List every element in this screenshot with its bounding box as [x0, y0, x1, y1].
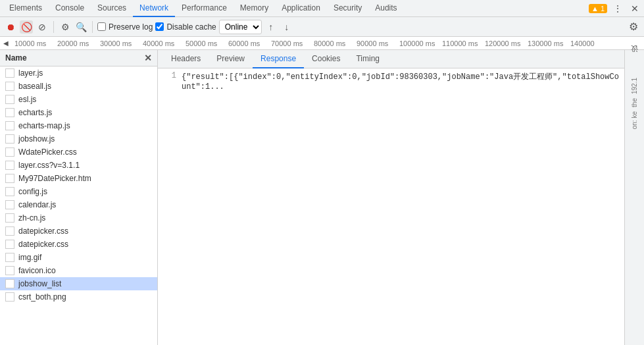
preserve-log-checkbox[interactable]: Preserve log [97, 22, 153, 32]
tab-memory[interactable]: Memory [234, 0, 275, 17]
disable-cache-input[interactable] [155, 22, 164, 31]
tab-response[interactable]: Response [253, 50, 304, 68]
tab-audits[interactable]: Audits [368, 0, 403, 17]
preserve-log-input[interactable] [97, 22, 106, 31]
list-item[interactable]: echarts-map.js [0, 119, 157, 132]
list-item[interactable]: csrt_both.png [0, 290, 157, 304]
file-name: jobshow.js [18, 134, 55, 144]
tick-2: 30000 ms [97, 40, 140, 47]
file-name: jobshow_list [18, 279, 61, 288]
tab-timing[interactable]: Timing [348, 50, 387, 68]
tick-4: 50000 ms [183, 40, 226, 47]
tick-1: 20000 ms [55, 40, 97, 47]
far-right-label[interactable]: 设 [630, 55, 639, 61]
content-tabs: Headers Preview Response Cookies Timing [158, 50, 624, 68]
tick-7: 80000 ms [311, 40, 354, 47]
list-item[interactable]: jobshow.js [0, 132, 157, 146]
list-item[interactable]: datepicker.css [0, 225, 157, 238]
file-icon [5, 121, 14, 130]
timeline-nav-left[interactable]: ◀ [0, 37, 12, 50]
warning-badge: ▲ 1 [589, 4, 607, 13]
list-item[interactable]: layer.css?v=3.1.1 [0, 159, 157, 172]
list-item[interactable]: echarts.js [0, 106, 157, 119]
clear-button[interactable]: ⊘ [36, 20, 49, 34]
tab-console[interactable]: Console [49, 0, 91, 17]
content-panel: Headers Preview Response Cookies Timing … [158, 50, 624, 345]
list-item[interactable]: layer.js [0, 66, 157, 80]
side-info-1: 192.1 [631, 78, 638, 94]
tab-sources[interactable]: Sources [91, 0, 133, 17]
file-name: csrt_both.png [18, 292, 66, 302]
more-options-button[interactable]: ⋮ [611, 2, 624, 15]
stop-recording-button[interactable]: 🚫 [20, 20, 33, 34]
tab-headers[interactable]: Headers [163, 50, 209, 68]
file-icon [5, 266, 14, 275]
file-icon [5, 292, 14, 302]
file-icon [5, 82, 14, 91]
tick-10: 110000 ms [439, 40, 482, 47]
devtools-right-controls: ▲ 1 ⋮ ✕ [589, 2, 641, 15]
far-right-panel: 设 192.1 the on: ke [624, 50, 644, 345]
close-devtools-button[interactable]: ✕ [628, 2, 641, 15]
filter-button[interactable]: ⚙ [59, 20, 72, 34]
response-line: 1 {"result":[{"index":0,"entityIndex":0,… [163, 71, 619, 92]
list-item[interactable]: zh-cn.js [0, 211, 157, 225]
tab-network[interactable]: Network [133, 0, 175, 17]
file-name: datepicker.css [18, 240, 68, 249]
main-panel: Name ✕ layer.js baseall.js esl.js echart… [0, 50, 644, 345]
tick-9: 100000 ms [397, 40, 439, 47]
tab-preview[interactable]: Preview [209, 50, 253, 68]
file-name: config.js [18, 187, 47, 196]
settings-button[interactable]: ⚙ [627, 20, 640, 34]
file-name: baseall.js [18, 82, 51, 91]
tick-13: 140000 [568, 40, 610, 47]
side-info-3: on: ke [631, 111, 638, 129]
timeline-ticks: 10000 ms 20000 ms 30000 ms 40000 ms 5000… [12, 40, 644, 47]
list-item[interactable]: My97DatePicker.htm [0, 172, 157, 185]
file-name: favicon.ico [18, 266, 56, 275]
list-item[interactable]: img.gif [0, 251, 157, 264]
file-list-title: Name [5, 53, 27, 63]
export-button[interactable]: ↓ [280, 20, 293, 34]
file-icon [5, 279, 14, 288]
side-info-2: the [631, 98, 638, 107]
devtools-tab-bar: Elements Console Sources Network Perform… [0, 0, 644, 17]
list-item[interactable]: datepicker.css [0, 238, 157, 251]
separator-1 [53, 21, 54, 33]
list-item[interactable]: WdatePicker.css [0, 146, 157, 159]
tab-application[interactable]: Application [275, 0, 327, 17]
record-button[interactable]: ⏺ [4, 20, 17, 34]
file-name: zh-cn.js [18, 213, 45, 223]
list-item-selected[interactable]: jobshow_list [0, 277, 157, 290]
file-icon [5, 240, 14, 249]
file-list-items[interactable]: layer.js baseall.js esl.js echarts.js ec… [0, 66, 157, 345]
tick-8: 90000 ms [354, 40, 397, 47]
response-body: 1 {"result":[{"index":0,"entityIndex":0,… [158, 68, 624, 345]
file-list-close-btn[interactable]: ✕ [144, 53, 152, 63]
file-name: WdatePicker.css [18, 147, 77, 157]
file-icon [5, 147, 14, 157]
list-item[interactable]: calendar.js [0, 198, 157, 211]
tick-0: 10000 ms [12, 40, 55, 47]
separator-2 [92, 21, 93, 33]
throttle-select[interactable]: Online [219, 20, 262, 34]
file-icon [5, 226, 14, 236]
file-name: img.gif [18, 253, 41, 262]
disable-cache-checkbox[interactable]: Disable cache [155, 22, 216, 32]
file-name: layer.js [18, 68, 43, 78]
list-item[interactable]: baseall.js [0, 80, 157, 93]
list-item[interactable]: esl.js [0, 93, 157, 106]
tab-security[interactable]: Security [327, 0, 368, 17]
file-name: calendar.js [18, 200, 56, 209]
import-button[interactable]: ↑ [264, 20, 278, 34]
file-icon [5, 253, 14, 262]
tab-performance[interactable]: Performance [175, 0, 234, 17]
tab-elements[interactable]: Elements [3, 0, 49, 17]
search-button[interactable]: 🔍 [74, 20, 87, 34]
tab-cookies[interactable]: Cookies [304, 50, 348, 68]
response-text: {"result":[{"index":0,"entityIndex":0,"j… [182, 71, 619, 92]
line-number: 1 [163, 71, 176, 92]
list-item[interactable]: config.js [0, 185, 157, 198]
list-item[interactable]: favicon.ico [0, 264, 157, 277]
file-list-panel: Name ✕ layer.js baseall.js esl.js echart… [0, 50, 158, 345]
